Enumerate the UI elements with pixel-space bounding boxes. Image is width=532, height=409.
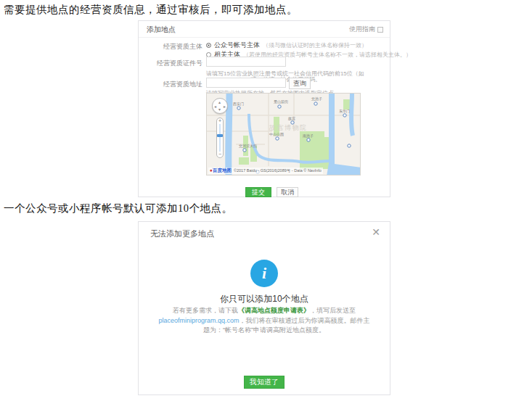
intro-text-1: 需要提供地点的经营资质信息，通过审核后，即可添加地点。 xyxy=(4,3,298,17)
cancel-button[interactable]: 取消 xyxy=(277,187,298,197)
map-canvas: 故宫博物院 西安门 景山前街 北池子 故宫 中山公园 南池子 东华门 北河沿大街 xyxy=(207,94,361,175)
panel-title: 添加地点 xyxy=(147,21,176,38)
map-label: 西安门 xyxy=(233,102,244,107)
map-water-corner xyxy=(327,163,361,175)
map-zoom-slider[interactable]: + − xyxy=(216,117,224,158)
baidu-map-logo: ●百度地图 xyxy=(210,168,232,174)
zoom-handle[interactable] xyxy=(217,134,223,137)
map-label: 南池子 xyxy=(303,133,314,139)
zoom-track[interactable] xyxy=(219,124,221,152)
map-watermark: 故宫博物院 xyxy=(269,124,308,131)
body-text-2: ，填写后发送至 xyxy=(310,307,356,314)
limit-heading: 你只可以添加10个地点 xyxy=(139,293,390,305)
address-input[interactable] xyxy=(206,78,286,88)
guide-book-icon xyxy=(377,27,383,33)
map-label: 东华门 xyxy=(339,109,350,113)
map-label: 北河沿大街 xyxy=(239,144,257,149)
map-label: 故宫 xyxy=(288,116,295,121)
submit-button[interactable]: 提交 xyxy=(245,187,271,197)
subject-option-account-note: （须与微信认证时的主体名称保持一致） xyxy=(263,41,367,49)
confirm-button[interactable]: 我知道了 xyxy=(244,376,285,389)
modal-title: 无法添加更多地点 xyxy=(150,228,214,239)
map-copyright-text: ©2017 Baidu - GS(2016)2089号 - Data © Nav… xyxy=(234,168,322,173)
location-picker-map[interactable]: 故宫博物院 西安门 景山前街 北池子 故宫 中山公园 南池子 东华门 北河沿大街 xyxy=(206,93,361,175)
body-text-1: 若有更多需求，请下载 xyxy=(173,307,238,314)
map-label: 中山公园 xyxy=(269,132,284,137)
zoom-out-icon[interactable]: − xyxy=(218,152,221,157)
license-label: 经营资质证件号 xyxy=(139,59,202,68)
usage-guide-label: 使用指南 xyxy=(349,25,375,34)
usage-guide-link[interactable]: 使用指南 xyxy=(349,21,383,38)
map-label: 景山前街 xyxy=(274,99,288,104)
intro-text-2: 一个公众号或小程序帐号默认可添加10个地点。 xyxy=(4,202,233,215)
radio-selected-icon[interactable] xyxy=(206,43,211,48)
quota-form-link[interactable]: 《调高地点额度申请表》 xyxy=(238,307,310,314)
subject-option-account[interactable]: 公众号帐号主体 （须与微信认证时的主体名称保持一致） xyxy=(206,41,367,50)
pan-down-icon[interactable]: ▾ xyxy=(218,107,221,112)
close-icon[interactable]: ✕ xyxy=(372,227,380,237)
add-location-header: 添加地点 使用指南 xyxy=(139,21,390,38)
add-location-panel: 添加地点 使用指南 经营资质主体 公众号帐号主体 （须与微信认证时的主体名称保持… xyxy=(138,20,390,197)
email-link[interactable]: placeofminiprogram.qq.com xyxy=(158,317,239,324)
info-icon: i xyxy=(250,260,278,287)
map-label: 北池子 xyxy=(311,96,322,102)
zoom-in-icon[interactable]: + xyxy=(218,118,221,124)
license-number-input[interactable] xyxy=(206,57,286,67)
pan-left-icon[interactable]: ◂ xyxy=(214,104,216,109)
pan-right-icon[interactable]: ▸ xyxy=(224,104,226,109)
subject-option-account-label: 公众号帐号主体 xyxy=(214,41,260,50)
pan-up-icon[interactable]: ▴ xyxy=(218,100,221,104)
subject-label: 经营资质主体 xyxy=(139,42,202,51)
address-label: 经营资质地址 xyxy=(139,80,202,89)
map-attribution: ●百度地图 ©2017 Baidu - GS(2016)2089号 - Data… xyxy=(208,168,323,174)
map-canal-left xyxy=(229,94,229,175)
address-search-button[interactable]: 查询 xyxy=(289,78,311,89)
limit-modal: 无法添加更多地点 ✕ i 你只可以添加10个地点 若有更多需求，请下载《调高地点… xyxy=(138,221,390,395)
limit-description: 若有更多需求，请下载《调高地点额度申请表》，填写后发送至 placeofmini… xyxy=(156,306,372,336)
map-pan-control[interactable]: ▴ ▾ ◂ ▸ xyxy=(212,98,228,114)
